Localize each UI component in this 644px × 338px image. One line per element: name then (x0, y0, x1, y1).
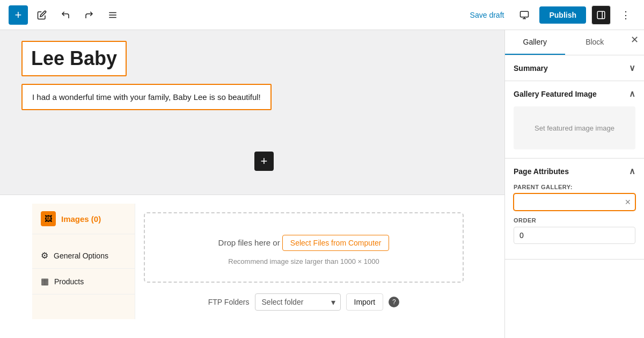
panel-tabs: Gallery Block ✕ (505, 30, 644, 55)
right-panel: Gallery Block ✕ Summary ∨ Gallery Featur… (504, 30, 644, 338)
summary-title: Summary (514, 64, 548, 73)
gallery-title: Images (0) (61, 214, 101, 224)
add-block-button[interactable]: + (9, 5, 28, 25)
editor-gallery-area: Lee Baby I had a wonderful time with you… (0, 30, 504, 338)
parent-gallery-input[interactable] (514, 193, 635, 211)
sidebar-item-products[interactable]: ▦ Products (32, 269, 135, 294)
order-input[interactable] (514, 227, 635, 244)
redo-button[interactable] (79, 5, 99, 25)
import-button[interactable]: Import (346, 293, 384, 311)
topbar-right: Save draft Publish ⋮ (465, 5, 635, 25)
svg-rect-6 (597, 11, 605, 19)
featured-image-text: Set featured image image (535, 124, 614, 132)
editor-inner: Lee Baby I had a wonderful time with you… (21, 41, 483, 121)
gallery-featured-image-body: Set featured image image (505, 106, 644, 158)
preview-button[interactable] (515, 5, 534, 25)
topbar: + Save draft Publish ⋮ (0, 0, 644, 30)
help-icon[interactable]: ? (389, 297, 399, 307)
gallery-featured-chevron-icon: ∧ (629, 89, 635, 99)
parent-gallery-input-wrap: ✕ (514, 193, 635, 211)
summary-section-header[interactable]: Summary ∨ (505, 55, 644, 81)
title-block[interactable]: Lee Baby (21, 41, 127, 76)
parent-gallery-label: PARENT GALLERY: (514, 184, 635, 190)
ftp-folder-select[interactable]: Select folder (255, 293, 341, 311)
gallery-featured-image-section: Gallery Featured Image ∧ Set featured im… (505, 81, 644, 159)
list-view-button[interactable] (103, 5, 122, 25)
more-options-button[interactable]: ⋮ (616, 5, 635, 25)
ftp-label: FTP Folders (208, 298, 250, 306)
sidebar-toggle-button[interactable] (591, 5, 611, 25)
tab-block[interactable]: Block (565, 30, 625, 55)
upload-dropzone[interactable]: Drop files here or Select Files from Com… (144, 212, 464, 283)
gear-icon: ⚙ (41, 250, 48, 261)
sidebar-item-label: General Options (54, 251, 108, 260)
save-draft-button[interactable]: Save draft (465, 8, 510, 23)
svg-rect-3 (521, 11, 529, 17)
page-attributes-title: Page Attributes (514, 167, 569, 176)
body-text-block[interactable]: I had a wonderful time with your family,… (21, 84, 272, 110)
ftp-select-wrap: Select folder (255, 293, 341, 311)
undo-button[interactable] (56, 5, 75, 25)
page-attributes-body: PARENT GALLERY: ✕ ORDER (505, 184, 644, 259)
select-files-button[interactable]: Select Files from Computer (282, 235, 390, 251)
edit-icon-button[interactable] (32, 5, 52, 25)
parent-gallery-field: PARENT GALLERY: ✕ (514, 184, 635, 211)
add-block-inline-button[interactable]: + (254, 152, 274, 171)
page-title: Lee Baby (31, 47, 117, 70)
sidebar-item-label: Products (54, 277, 84, 286)
editor-scroll: Lee Baby I had a wonderful time with you… (0, 30, 504, 195)
input-clear-icon[interactable]: ✕ (625, 198, 631, 206)
upload-drop-text: Drop files here or Select Files from Com… (156, 235, 452, 251)
body-text: I had a wonderful time with your family,… (32, 92, 261, 102)
gallery-icon: 🖼 (41, 211, 56, 226)
grid-icon: ▦ (41, 276, 49, 286)
featured-image-placeholder[interactable]: Set featured image image (514, 106, 635, 149)
summary-section: Summary ∨ (505, 55, 644, 81)
topbar-left: + (9, 5, 122, 25)
order-field: ORDER (514, 217, 635, 244)
summary-chevron-icon: ∨ (629, 63, 635, 73)
page-attributes-chevron-icon: ∧ (629, 166, 635, 176)
order-label: ORDER (514, 217, 635, 224)
gallery-featured-image-title: Gallery Featured Image (514, 90, 597, 98)
publish-button[interactable]: Publish (539, 6, 586, 24)
ftp-row: FTP Folders Select folder Import ? (144, 293, 464, 311)
panel-close-button[interactable]: ✕ (625, 30, 644, 49)
tab-gallery[interactable]: Gallery (505, 30, 565, 55)
main-area: Lee Baby I had a wonderful time with you… (0, 30, 644, 338)
sidebar-item-general-options[interactable]: ⚙ General Options (32, 243, 135, 269)
page-attributes-header[interactable]: Page Attributes ∧ (505, 159, 644, 184)
page-attributes-section: Page Attributes ∧ PARENT GALLERY: ✕ ORDE… (505, 159, 644, 260)
gallery-featured-image-header[interactable]: Gallery Featured Image ∧ (505, 81, 644, 106)
left-sidebar: 🖼 Images (0) ⚙ General Options ▦ Product… (32, 204, 135, 319)
upload-hint: Recommend image size larger than 1000 × … (156, 257, 452, 265)
